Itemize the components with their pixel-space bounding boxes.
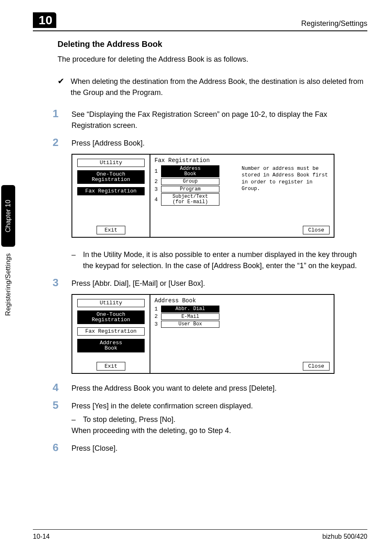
footer-rule (33, 529, 367, 530)
lcd2-close-button: Close (303, 362, 330, 371)
lcd1-address-book-button: Address Book (161, 165, 219, 177)
lcd2-abbr-dial-button: Abbr. Dial (161, 306, 219, 313)
precondition-text: When deleting the destination from the A… (71, 76, 367, 98)
step-2-text: Press [Address Book]. (71, 136, 145, 149)
step-number-6: 6 (53, 441, 71, 454)
step-5-tail: When proceeding with the deleting, go to… (71, 425, 253, 436)
lcd1-utility-tab: Utility (77, 159, 145, 167)
side-tab-chapter: Chapter 10 (1, 185, 15, 247)
chapter-number-badge: 10 (33, 12, 56, 28)
lcd1-title: Fax Registration (154, 157, 330, 164)
step-4-text: Press the Address Book you want to delet… (71, 381, 277, 394)
lcd2-title: Address Book (154, 297, 330, 304)
header-rule (33, 30, 367, 31)
lcd1-faxreg-tab: Fax Registration (77, 187, 145, 195)
lcd1-close-button: Close (303, 226, 330, 234)
lcd1-subject-button: Subject/Text (for E-mail) (161, 193, 219, 205)
lcd1-program-button: Program (161, 186, 219, 193)
lcd2-item3-num: 3 (154, 321, 161, 327)
screenshot-fax-registration: Utility One-Touch Registration Fax Regis… (71, 154, 334, 238)
running-head: Registering/Settings (301, 19, 367, 28)
dash-icon: – (71, 249, 83, 271)
section-heading: Deleting the Address Book (58, 39, 367, 49)
step-3-text: Press [Abbr. Dial], [E-Mail] or [User Bo… (71, 276, 205, 289)
screenshot-address-book: Utility One-Touch Registration Fax Regis… (71, 294, 334, 374)
step-number-5: 5 (53, 399, 71, 436)
lcd2-item2-num: 2 (154, 313, 161, 320)
lcd2-addressbook-tab: Address Book (77, 339, 145, 352)
lcd2-onetouch-tab: One-Touch Registration (77, 310, 145, 324)
checkmark-icon: ✔ (58, 76, 71, 98)
step-2-note: In the Utility Mode, it is also possible… (83, 249, 367, 271)
step-number-1: 1 (53, 107, 71, 131)
lcd1-message: Number or address must be stored in Addr… (242, 165, 330, 192)
footer-page-number: 10-14 (33, 533, 50, 540)
lcd2-userbox-button: User Box (161, 321, 219, 328)
lcd2-utility-tab: Utility (77, 299, 145, 307)
lcd1-item3-num: 3 (154, 186, 161, 192)
step-1-text: See “Displaying the Fax Registration Scr… (71, 107, 367, 131)
lcd1-item4-num: 4 (154, 197, 161, 203)
lcd1-exit-button: Exit (97, 226, 125, 234)
lcd1-item2-num: 2 (154, 178, 161, 185)
lcd2-exit-button: Exit (97, 362, 125, 371)
lcd2-email-button: E-Mail (161, 313, 219, 320)
lcd2-item1-num: 1 (154, 306, 161, 312)
step-number-4: 4 (53, 381, 71, 394)
step-number-2: 2 (53, 136, 71, 149)
step-6-text: Press [Close]. (71, 441, 118, 454)
dash-icon: – (71, 414, 83, 425)
intro-paragraph: The procedure for deleting the Address B… (58, 54, 367, 65)
step-5-text: Press [Yes] in the delete confirmation s… (71, 401, 253, 412)
lcd1-item1-num: 1 (154, 168, 161, 174)
step-5-note: To stop deleting, Press [No]. (83, 414, 175, 425)
lcd1-group-button: Group (161, 178, 219, 185)
step-number-3: 3 (53, 276, 71, 289)
lcd2-faxreg-tab: Fax Registration (77, 327, 145, 336)
lcd1-onetouch-tab: One-Touch Registration (77, 170, 145, 184)
footer-model: bizhub 500/420 (323, 533, 367, 540)
side-tab-label: Registering/Settings (4, 253, 12, 316)
